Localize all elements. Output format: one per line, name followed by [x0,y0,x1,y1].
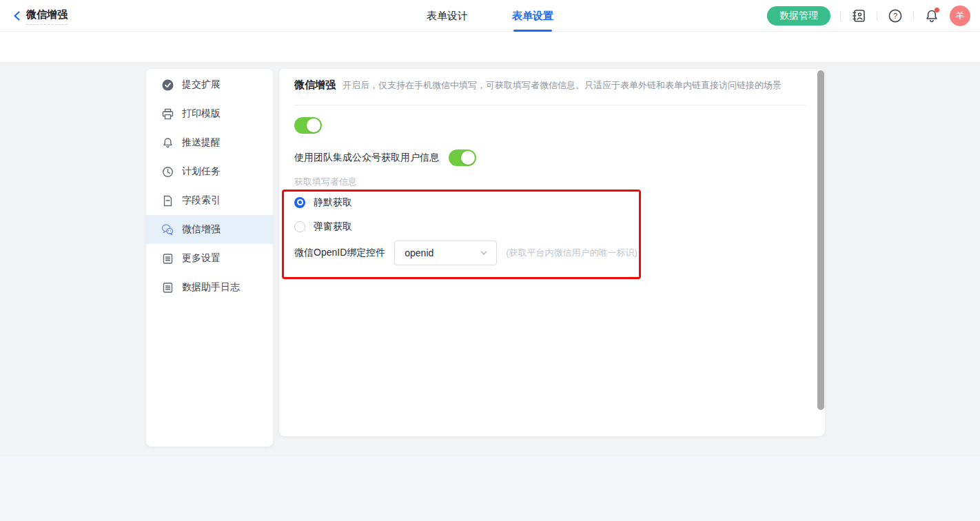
wechat-icon [161,223,174,236]
fetch-info-label: 获取填写者信息 [294,176,357,188]
sidebar-item-label: 打印模版 [182,108,221,120]
clock-icon [161,165,174,178]
sidebar-item-label: 推送提醒 [182,136,221,149]
sidebar-item-label: 字段索引 [182,194,221,207]
panel-description: 开启后，仅支持在手机微信中填写，可获取填写者微信信息。只适应于表单外链和表单内链… [343,79,782,92]
chevron-down-icon [480,249,488,257]
wechat-enhance-panel: 微信增强 开启后，仅支持在手机微信中填写，可获取填写者微信信息。只适应于表单外链… [279,69,825,436]
contacts-icon [851,8,866,23]
document-icon [161,194,174,207]
form-title[interactable]: 微信增强 [26,8,68,25]
official-account-row: 使用团队集成公众号获取用户信息 [294,150,476,166]
sidebar-item-label: 计划任务 [182,165,221,178]
divider [877,11,877,21]
sidebar-item-submit-extension[interactable]: 提交扩展 [146,70,273,99]
check-circle-icon [161,79,174,91]
sidebar-item-more-settings[interactable]: 更多设置 [146,244,273,273]
sidebar-item-field-index[interactable]: 字段索引 [146,186,273,215]
divider [840,11,841,21]
toggle-knob [461,151,475,165]
tab-form-settings[interactable]: 表单设置 [512,0,553,32]
radio-label: 静默获取 [314,196,352,209]
help-icon: ? [888,8,903,23]
panel-title: 微信增强 [294,79,336,92]
page: 微信增强 表单设计 表单设置 数据管理 [0,0,980,521]
contacts-button[interactable] [850,8,867,24]
settings-sidebar: 提交扩展 打印模版 推送提醒 [146,69,273,447]
openid-select-value: openid [405,247,480,258]
radio-popup-fetch[interactable]: 弹窗获取 [294,221,352,232]
printer-icon [161,108,174,120]
official-account-toggle[interactable] [449,150,476,166]
openid-row: 微信OpenID绑定控件 openid (获取平台内微信用户的唯一标识) [294,241,637,265]
top-header: 微信增强 表单设计 表单设置 数据管理 [0,0,980,32]
list-icon [161,281,174,294]
panel-header: 微信增强 开启后，仅支持在手机微信中填写，可获取填写者微信信息。只适应于表单外链… [294,79,806,92]
sidebar-item-label: 提交扩展 [182,79,221,91]
scrollbar-thumb[interactable] [817,70,824,410]
radio-unselected-icon [294,221,305,232]
sidebar-item-wechat-enhance[interactable]: 微信增强 [146,215,273,244]
official-account-label: 使用团队集成公众号获取用户信息 [294,152,439,164]
sidebar-item-scheduled-tasks[interactable]: 计划任务 [146,157,273,186]
data-manage-button[interactable]: 数据管理 [767,6,830,25]
svg-text:?: ? [893,12,897,20]
radio-silent-fetch[interactable]: 静默获取 [294,196,352,208]
wechat-enhance-toggle[interactable] [294,117,322,134]
toggle-knob [307,119,320,132]
tab-form-design[interactable]: 表单设计 [427,0,468,32]
chevron-left-icon [12,10,23,21]
divider [913,11,914,21]
openid-hint: (获取平台内微信用户的唯一标识) [506,247,637,259]
header-right: 数据管理 ? [767,0,970,32]
back-button[interactable] [8,7,26,25]
sidebar-item-label: 更多设置 [182,252,221,265]
radio-selected-icon [294,197,305,208]
sidebar-item-print-template[interactable]: 打印模版 [146,99,273,128]
openid-select[interactable]: openid [394,241,497,265]
divider [294,105,806,105]
radio-label: 弹窗获取 [314,221,352,233]
avatar[interactable]: 羊 [950,6,970,26]
help-button[interactable]: ? [887,8,904,24]
notification-badge [935,8,939,12]
bell-icon [161,136,174,149]
list-icon [161,252,174,265]
page-bottom-background [0,457,980,521]
sidebar-item-label: 数据助手日志 [182,281,240,294]
openid-label: 微信OpenID绑定控件 [294,247,385,259]
notifications-button[interactable] [923,8,940,24]
sidebar-item-label: 微信增强 [182,223,221,236]
sidebar-item-push-reminder[interactable]: 推送提醒 [146,128,273,157]
sidebar-item-data-assistant-log[interactable]: 数据助手日志 [146,273,273,302]
